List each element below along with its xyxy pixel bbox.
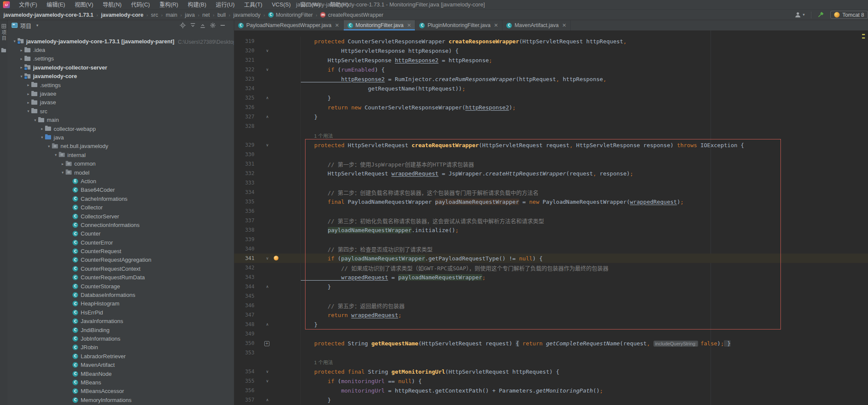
chevron-expanded-icon[interactable]: ▾ (32, 118, 38, 122)
fold-open-icon[interactable]: ∨ (264, 367, 270, 376)
tree-item[interactable]: CBase64Coder (7, 186, 234, 194)
code-line[interactable]: 342 // 如果成功识别了请求类型（如GWT-RPC或SOAP），则使用这个专… (234, 263, 868, 272)
fold-open-icon[interactable]: ∨ (264, 140, 270, 150)
tree-item[interactable]: CCacheInformations (7, 194, 234, 203)
code-line[interactable]: 331 // 第一步：使用JspWrapper创建基本的HTTP请求包装器 (234, 159, 868, 169)
fold-open-icon[interactable]: ∨ (264, 65, 270, 74)
tree-item[interactable]: ▸.settings (7, 81, 234, 89)
tree-item[interactable]: ▾internal (7, 151, 234, 159)
code-line[interactable]: 326 return new CounterServletResponseWra… (234, 103, 868, 112)
fold-end-icon[interactable]: ∧ (264, 395, 270, 405)
menu-item[interactable]: 运行(U) (211, 0, 239, 9)
code-line[interactable]: 356 monitoringUrl = httpRequest.getConte… (234, 386, 868, 395)
code-line[interactable]: 344∧ } (234, 282, 868, 291)
tree-item[interactable]: ▸javaee (7, 89, 234, 98)
editor-tab[interactable]: CMavenArtifact.java✕ (502, 20, 571, 30)
fold-end-icon[interactable]: ∧ (264, 282, 270, 291)
error-stripe-mark[interactable] (862, 37, 865, 39)
chevron-collapsed-icon[interactable]: ▸ (18, 48, 24, 52)
chevron-collapsed-icon[interactable]: ▸ (25, 100, 31, 105)
project-tool-window-button[interactable]: 项目 (0, 24, 7, 52)
code-line[interactable]: 348∧ } (234, 320, 868, 329)
tree-item[interactable]: CCounterRequestAggregation (7, 256, 234, 264)
menu-item[interactable]: 构建(B) (183, 0, 211, 9)
tree-item[interactable]: ▸javase (7, 98, 234, 107)
tree-item[interactable]: CCounterRequestContext (7, 264, 234, 273)
code-line[interactable]: 337 // 第三步：初始化负载名称请求包装器，这会尝试从请求负载中解析方法名和… (234, 216, 868, 225)
tree-item[interactable]: CDatabaseInformations (7, 290, 234, 299)
code-line[interactable]: 335 final PayloadNameRequestWrapper payl… (234, 197, 868, 206)
code-line[interactable]: 327∧ } (234, 112, 868, 121)
error-stripe-mark[interactable] (862, 34, 865, 35)
tree-item[interactable]: CCounter (7, 230, 234, 238)
menu-item[interactable]: 编辑(E) (42, 0, 70, 9)
chevron-expanded-icon[interactable]: ▾ (12, 39, 18, 43)
menu-item[interactable]: 视图(V) (70, 0, 98, 9)
tree-item[interactable]: CMBeanNode (7, 369, 234, 378)
tree-item[interactable]: CCounterError (7, 238, 234, 247)
chevron-collapsed-icon[interactable]: ▸ (18, 57, 24, 61)
code-line[interactable]: 332 HttpServletRequest wrappedRequest = … (234, 169, 868, 178)
code-line[interactable]: 355∨ if (monitoringUrl == null) { (234, 376, 868, 386)
chevron-collapsed-icon[interactable]: ▸ (18, 65, 24, 70)
code-line[interactable]: 354∨ protected final String getMonitorin… (234, 367, 868, 376)
collapse-all-button[interactable] (200, 23, 206, 28)
chevron-collapsed-icon[interactable]: ▸ (25, 83, 31, 87)
code-line[interactable]: 346 // 第五步：返回最终的包装器 (234, 301, 868, 310)
menu-item[interactable]: 工具(T) (239, 0, 267, 9)
expand-all-button[interactable] (190, 23, 196, 28)
settings-gear-button[interactable] (210, 22, 216, 28)
tree-item[interactable]: ▸common (7, 159, 234, 168)
chevron-collapsed-icon[interactable]: ▸ (25, 92, 31, 96)
code-line[interactable]: 322∨ if (rumEnabled) { (234, 65, 868, 74)
code-line[interactable]: 321 HttpServletResponse httpResponse2 = … (234, 55, 868, 65)
fold-collapsed-icon[interactable]: + (264, 341, 269, 346)
chevron-expanded-icon[interactable]: ▾ (53, 153, 59, 157)
tree-item[interactable]: CMBeans (7, 378, 234, 387)
tree-item[interactable]: CLabradorRetriever (7, 352, 234, 360)
hide-panel-button[interactable] (220, 23, 225, 28)
code-line[interactable]: 349 (234, 329, 868, 339)
usage-hint-label[interactable]: 1 个用法 (301, 359, 333, 366)
tree-item[interactable]: ▾net.bull.javamelody (7, 142, 234, 151)
code-line[interactable]: 350+ protected String getRequestName(Htt… (234, 339, 868, 348)
tree-item[interactable]: ▾src (7, 107, 234, 115)
code-line[interactable]: 347 return wrappedRequest; (234, 310, 868, 320)
tree-item[interactable]: CConnectionInformations (7, 221, 234, 229)
chevron-expanded-icon[interactable]: ▾ (46, 144, 52, 148)
tree-item[interactable]: ▾javamelody-core (7, 72, 234, 81)
breadcrumb-item[interactable]: javamelody-javamelody-core-1.73.1 (3, 12, 94, 18)
tree-item[interactable]: CCollector (7, 203, 234, 212)
editor-tab[interactable]: CPayloadNameRequestWrapper.java✕ (234, 20, 344, 30)
tree-item[interactable]: EAction (7, 177, 234, 185)
tree-item[interactable]: CJavaInformations (7, 317, 234, 326)
breadcrumb-item[interactable]: bull (218, 12, 226, 18)
fold-end-icon[interactable]: ∧ (264, 112, 270, 121)
code-line[interactable]: 343 wrappedRequest = payloadNameRequestW… (234, 272, 868, 282)
run-configuration-select[interactable]: Tomcat 8 (830, 11, 868, 19)
menu-item[interactable]: 重构(R) (154, 0, 183, 9)
tree-item[interactable]: CHeapHistogram (7, 299, 234, 308)
code-line[interactable]: 357∧ } (234, 395, 868, 405)
code-line[interactable]: 325∧ } (234, 93, 868, 103)
breadcrumb-item[interactable]: net (203, 12, 210, 18)
tree-item[interactable]: ▸javamelody-collector-server (7, 63, 234, 72)
code-line[interactable]: 324 getRequestName(httpRequest)); (234, 84, 868, 93)
chevron-collapsed-icon[interactable]: ▸ (39, 127, 45, 131)
tree-item[interactable]: CMavenArtifact (7, 360, 234, 369)
editor-tab[interactable]: CPluginMonitoringFilter.java✕ (415, 20, 502, 30)
locate-file-button[interactable] (180, 22, 186, 28)
tree-item[interactable]: CCounterRequestRumData (7, 273, 234, 282)
menu-item[interactable]: 文件(F) (14, 0, 42, 9)
code-line[interactable]: 353 (234, 348, 868, 357)
intention-bulb-icon[interactable] (274, 256, 278, 260)
breadcrumb-item[interactable]: java (185, 12, 195, 18)
menu-item[interactable]: 导航(N) (98, 0, 126, 9)
project-view-selector[interactable]: 项目 ▼ (12, 21, 39, 30)
code-line[interactable]: 338 payloadNameRequestWrapper.initialize… (234, 225, 868, 235)
menu-item[interactable]: 代码(C) (126, 0, 154, 9)
code-line[interactable]: 345 (234, 291, 868, 301)
code-line[interactable]: 320∨ HttpServletResponse httpResponse) { (234, 46, 868, 55)
fold-open-icon[interactable]: ∨ (264, 46, 270, 55)
menu-item[interactable]: VCS(S) (267, 0, 295, 9)
